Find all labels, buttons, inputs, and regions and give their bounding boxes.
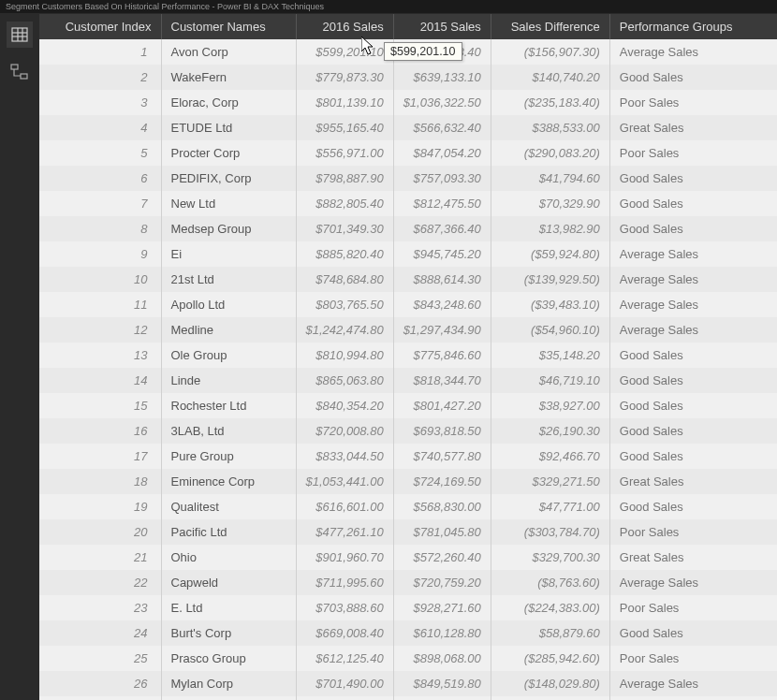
col-header-2015[interactable]: 2015 Sales xyxy=(393,14,491,39)
cell-2016-sales[interactable]: $882,805.40 xyxy=(296,191,393,216)
cell-index[interactable]: 20 xyxy=(39,519,161,545)
table-row[interactable]: 4ETUDE Ltd$955,165.40$566,632.40$388,533… xyxy=(39,115,777,140)
cell-name[interactable]: 3LAB, Ltd xyxy=(161,418,296,444)
cell-2016-sales[interactable]: $803,765.50 xyxy=(296,292,393,317)
table-row[interactable]: 21Ohio$901,960.70$572,260.40$329,700.30G… xyxy=(39,545,777,570)
cell-diff[interactable]: $46,719.10 xyxy=(491,368,609,393)
table-header-row[interactable]: Customer Index Customer Names 2016 Sales… xyxy=(39,14,777,39)
cell-performance[interactable]: Great Sales xyxy=(609,115,777,140)
table-row[interactable]: 20Pacific Ltd$477,261.10$781,045.80($303… xyxy=(39,519,777,545)
cell-performance[interactable]: Good Sales xyxy=(609,65,777,90)
cell-2015-sales[interactable]: $928,271.60 xyxy=(393,595,491,620)
cell-performance[interactable]: Good Sales xyxy=(609,620,777,646)
cell-2015-sales[interactable]: $849,519.80 xyxy=(393,671,491,696)
cell-name[interactable]: Elorac, Corp xyxy=(161,90,296,115)
cell-diff[interactable]: $41,794.60 xyxy=(491,166,609,191)
data-view-icon[interactable] xyxy=(7,22,33,48)
cell-2015-sales[interactable]: $945,745.20 xyxy=(393,241,491,267)
cell-2015-sales[interactable]: $1,036,322.50 xyxy=(393,90,491,115)
table-row[interactable]: 8Medsep Group$701,349.30$687,366.40$13,9… xyxy=(39,216,777,241)
table-wrapper[interactable]: Customer Index Customer Names 2016 Sales… xyxy=(39,14,777,700)
table-row[interactable]: 14Linde$865,063.80$818,344.70$46,719.10G… xyxy=(39,368,777,393)
cell-2015-sales[interactable]: $843,248.60 xyxy=(393,292,491,317)
cell-index[interactable]: 10 xyxy=(39,267,161,292)
cell-diff[interactable]: ($303,784.70) xyxy=(491,519,609,545)
cell-diff[interactable]: $92,466.70 xyxy=(491,444,609,469)
cell-2016-sales[interactable]: $955,165.40 xyxy=(296,115,393,140)
cell-2015-sales[interactable]: $847,054.20 xyxy=(393,140,491,166)
cell-diff[interactable]: ($156,907.30) xyxy=(491,39,609,65)
cell-index[interactable]: 19 xyxy=(39,494,161,519)
cell-index[interactable]: 3 xyxy=(39,90,161,115)
col-header-name[interactable]: Customer Names xyxy=(161,14,296,39)
table-row[interactable]: 17Pure Group$833,044.50$740,577.80$92,46… xyxy=(39,444,777,469)
table-row[interactable]: 163LAB, Ltd$720,008.80$693,818.50$26,190… xyxy=(39,418,777,444)
cell-name[interactable]: PEDIFIX, Corp xyxy=(161,166,296,191)
cell-2015-sales[interactable]: $801,427.20 xyxy=(393,393,491,418)
cell-performance[interactable]: Poor Sales xyxy=(609,519,777,545)
cell-name[interactable]: Procter Corp xyxy=(161,140,296,166)
cell-2016-sales[interactable]: $711,995.60 xyxy=(296,570,393,595)
table-row[interactable]: 3Elorac, Corp$801,139.10$1,036,322.50($2… xyxy=(39,90,777,115)
cell-index[interactable]: 18 xyxy=(39,469,161,494)
cell-diff[interactable]: $38,927.00 xyxy=(491,393,609,418)
cell-index[interactable]: 14 xyxy=(39,368,161,393)
cell-diff[interactable]: ($290,083.20) xyxy=(491,140,609,166)
cell-performance[interactable]: Average Sales xyxy=(609,267,777,292)
table-row[interactable]: 26Mylan Corp$701,490.00$849,519.80($148,… xyxy=(39,671,777,696)
cell-name[interactable]: Capweld xyxy=(161,570,296,595)
cell-diff[interactable]: $35,148.20 xyxy=(491,343,609,368)
cell-2016-sales[interactable]: $701,349.30 xyxy=(296,216,393,241)
cell-performance[interactable]: Good Sales xyxy=(609,393,777,418)
relationships-view-icon[interactable] xyxy=(7,59,33,85)
cell-performance[interactable]: Good Sales xyxy=(609,368,777,393)
cell-index[interactable]: 1 xyxy=(39,39,161,65)
cell-name[interactable]: Linde xyxy=(161,368,296,393)
table-row[interactable]: 5Procter Corp$556,971.00$847,054.20($290… xyxy=(39,140,777,166)
cell-2016-sales[interactable]: $748,684.80 xyxy=(296,267,393,292)
cell-diff[interactable]: ($148,029.80) xyxy=(491,671,609,696)
cell-diff[interactable]: ($285,942.60) xyxy=(491,646,609,671)
cell-index[interactable]: 24 xyxy=(39,620,161,646)
cell-2016-sales[interactable]: $801,139.10 xyxy=(296,90,393,115)
cell-name[interactable]: Apollo Ltd xyxy=(161,292,296,317)
cell-index[interactable]: 2 xyxy=(39,65,161,90)
table-row[interactable]: 9Ei$885,820.40$945,745.20($59,924.80)Ave… xyxy=(39,241,777,267)
cell-index[interactable]: 5 xyxy=(39,140,161,166)
cell-diff[interactable]: $39,067.70 xyxy=(491,696,609,700)
cell-name[interactable]: Rochester Ltd xyxy=(161,393,296,418)
cell-2015-sales[interactable]: $1,297,434.90 xyxy=(393,317,491,343)
cell-2015-sales[interactable]: $812,475.50 xyxy=(393,191,491,216)
table-row[interactable]: 15Rochester Ltd$840,354.20$801,427.20$38… xyxy=(39,393,777,418)
table-row[interactable]: 7New Ltd$882,805.40$812,475.50$70,329.90… xyxy=(39,191,777,216)
cell-2016-sales[interactable]: $612,125.40 xyxy=(296,646,393,671)
cell-name[interactable]: Pacific Ltd xyxy=(161,519,296,545)
cell-2015-sales[interactable]: $687,366.40 xyxy=(393,216,491,241)
cell-diff[interactable]: ($224,383.00) xyxy=(491,595,609,620)
cell-2016-sales[interactable]: $840,354.20 xyxy=(296,393,393,418)
cell-index[interactable]: 11 xyxy=(39,292,161,317)
cell-2016-sales[interactable]: $669,008.40 xyxy=(296,620,393,646)
cell-name[interactable]: 21st Ltd xyxy=(161,267,296,292)
cell-diff[interactable]: $329,700.30 xyxy=(491,545,609,570)
cell-diff[interactable]: $58,879.60 xyxy=(491,620,609,646)
col-header-perf[interactable]: Performance Groups xyxy=(609,14,777,39)
cell-2016-sales[interactable]: $477,261.10 xyxy=(296,519,393,545)
cell-name[interactable]: Ei xyxy=(161,241,296,267)
cell-name[interactable]: Ohio xyxy=(161,545,296,570)
table-row[interactable]: 1Avon Corp$599,201.10$756,108.40($156,90… xyxy=(39,39,777,65)
cell-index[interactable]: 23 xyxy=(39,595,161,620)
cell-2016-sales[interactable]: $531,966.60 xyxy=(296,696,393,700)
cell-name[interactable]: Avon Corp xyxy=(161,39,296,65)
cell-2016-sales[interactable]: $810,994.80 xyxy=(296,343,393,368)
cell-performance[interactable]: Great Sales xyxy=(609,469,777,494)
cell-diff[interactable]: $329,271.50 xyxy=(491,469,609,494)
cell-performance[interactable]: Average Sales xyxy=(609,317,777,343)
cell-performance[interactable]: Good Sales xyxy=(609,343,777,368)
cell-index[interactable]: 21 xyxy=(39,545,161,570)
col-header-diff[interactable]: Sales Difference xyxy=(491,14,609,39)
cell-diff[interactable]: ($59,924.80) xyxy=(491,241,609,267)
customer-table[interactable]: Customer Index Customer Names 2016 Sales… xyxy=(39,14,777,700)
cell-diff[interactable]: $26,190.30 xyxy=(491,418,609,444)
cell-name[interactable]: Burt's Corp xyxy=(161,620,296,646)
